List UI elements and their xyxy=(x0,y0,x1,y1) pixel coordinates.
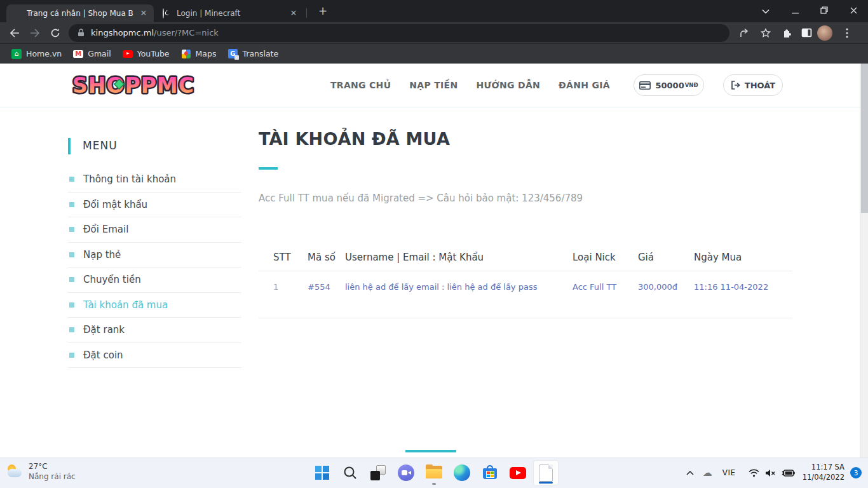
tray-chevron-up-icon[interactable] xyxy=(686,471,694,475)
sidebar-item-dat-rank[interactable]: Đặt rank xyxy=(68,318,241,343)
bookmark-home-vn[interactable]: ⌂ Home.vn xyxy=(11,49,62,59)
tab-close-icon[interactable]: ✕ xyxy=(288,8,299,18)
tab-minecraft-login[interactable]: Login | Minecraft ✕ xyxy=(156,4,304,22)
maps-icon xyxy=(181,49,191,59)
logout-label: THOÁT xyxy=(745,81,775,90)
youtube-app-button[interactable] xyxy=(505,460,531,485)
bookmark-label: Gmail xyxy=(88,49,111,58)
menu-title: MENU xyxy=(83,139,118,152)
page-scrollbar[interactable] xyxy=(860,64,868,458)
bookmark-label: YouTube xyxy=(137,49,170,58)
forward-button[interactable] xyxy=(27,25,43,41)
edge-button[interactable] xyxy=(449,460,475,485)
nav-trang-chu[interactable]: TRANG CHỦ xyxy=(330,80,391,90)
active-document-app-button[interactable] xyxy=(533,460,559,485)
security-note: Acc Full TT mua nếu đã Migrated => Câu h… xyxy=(259,193,583,204)
sidebar-menu: Thông tin tài khoản Đổi mật khẩu Đổi Ema… xyxy=(68,167,241,368)
task-view-button[interactable] xyxy=(365,460,391,485)
page-title: TÀI KHOẢN ĐÃ MUA xyxy=(259,129,450,149)
notification-badge[interactable]: 3 xyxy=(850,467,862,478)
main-nav: TRANG CHỦ NẠP TIỀN HƯỚNG DẪN ĐÁNH GIÁ xyxy=(330,64,661,107)
volume-muted-icon[interactable] xyxy=(765,469,776,477)
bookmark-translate[interactable]: G Translate xyxy=(227,49,278,59)
col-username: Username | Email : Mật Khẩu xyxy=(345,243,573,271)
title-underline xyxy=(259,167,278,170)
back-button[interactable] xyxy=(6,25,23,41)
sidebar-item-doi-mat-khau[interactable]: Đổi mật khẩu xyxy=(68,193,241,218)
cell-gia: 300,000đ xyxy=(638,271,694,318)
logout-button[interactable]: THOÁT xyxy=(723,74,783,96)
menu-accent-bar xyxy=(68,138,71,154)
file-explorer-icon xyxy=(426,466,442,480)
edge-icon xyxy=(454,464,470,481)
window-minimize-button[interactable] xyxy=(780,6,810,16)
url-host: kingshopmc.ml xyxy=(91,28,154,37)
share-icon[interactable] xyxy=(737,25,754,41)
bookmark-youtube[interactable]: YouTube xyxy=(123,49,170,59)
site-header: SHOPPMC TRANG CHỦ NẠP TIỀN HƯỚNG DẪN ĐÁN… xyxy=(0,64,868,107)
weather-sun-cloud-icon xyxy=(6,463,23,480)
url-path: /user/?MC=nick xyxy=(154,28,219,37)
search-button[interactable] xyxy=(337,460,363,485)
bullet-icon xyxy=(69,177,74,182)
extensions-puzzle-icon[interactable] xyxy=(778,25,794,41)
windows-logo-icon xyxy=(315,466,329,480)
translate-icon: G xyxy=(227,49,238,59)
wifi-icon[interactable] xyxy=(749,469,759,477)
taskbar-app-icons xyxy=(309,460,559,485)
clock[interactable]: 11:17 SA 11/04/2022 xyxy=(803,463,844,482)
microsoft-store-icon xyxy=(482,465,498,480)
new-tab-button[interactable]: + xyxy=(315,4,330,19)
weather-temp: 27°C xyxy=(29,461,76,471)
task-view-icon xyxy=(370,465,386,480)
balance-amount: 50000 xyxy=(655,81,684,90)
tab-shop-active[interactable]: Trang cá nhân | Shop Mua Bán Ac ✕ xyxy=(6,4,154,22)
sidebar-item-tai-khoan-da-mua[interactable]: Tài khoản đã mua xyxy=(68,293,241,318)
site-logo[interactable]: SHOPPMC xyxy=(70,70,197,104)
battery-charging-icon[interactable] xyxy=(782,470,795,477)
bookmark-gmail[interactable]: M Gmail xyxy=(73,49,111,59)
sidebar-item-dat-coin[interactable]: Đặt coin xyxy=(68,343,241,369)
cell-account-credentials[interactable]: liên hệ ad để lấy email : liên hệ ad để … xyxy=(345,271,573,318)
nav-nap-tien[interactable]: NẠP TIỀN xyxy=(409,80,458,90)
onedrive-cloud-icon[interactable]: ☁ xyxy=(703,467,712,478)
cell-loai-nick: Acc Full TT xyxy=(573,271,638,318)
scrollbar-thumb[interactable] xyxy=(861,64,868,213)
side-panel-icon[interactable] xyxy=(798,25,815,41)
home-vn-icon: ⌂ xyxy=(11,49,22,59)
window-close-button[interactable] xyxy=(839,6,868,16)
window-restore-button[interactable] xyxy=(810,6,839,16)
cell-ma-so[interactable]: #554 xyxy=(308,271,345,318)
col-ma-so: Mã số xyxy=(308,243,345,271)
bookmark-maps[interactable]: Maps xyxy=(181,49,217,59)
search-icon xyxy=(343,466,357,480)
sidebar-item-chuyen-tien[interactable]: Chuyển tiền xyxy=(68,268,241,293)
balance-button[interactable]: 50000VNĐ xyxy=(634,74,704,96)
weather-widget[interactable]: 27°C Nắng rải rác xyxy=(6,461,76,482)
bookmark-label: Maps xyxy=(196,49,217,58)
col-stt: STT xyxy=(259,243,308,271)
sidebar-item-doi-email[interactable]: Đổi Email xyxy=(68,217,241,243)
microsoft-store-button[interactable] xyxy=(477,460,503,485)
bullet-icon xyxy=(69,302,74,308)
nav-huong-dan[interactable]: HƯỚNG DẪN xyxy=(476,80,540,90)
bookmarks-bar: ⌂ Home.vn M Gmail YouTube Maps G Transla… xyxy=(0,43,868,64)
cell-stt: 1 xyxy=(259,271,308,318)
browser-menu-kebab-icon[interactable] xyxy=(839,25,855,41)
tab-title: Trang cá nhân | Shop Mua Bán Ac xyxy=(27,9,133,18)
language-indicator[interactable]: VIE xyxy=(722,468,736,477)
reload-button[interactable] xyxy=(47,25,64,41)
nav-danh-gia[interactable]: ĐÁNH GIÁ xyxy=(559,80,610,90)
file-explorer-button[interactable] xyxy=(421,460,447,485)
chat-button[interactable] xyxy=(393,460,419,485)
address-bar[interactable]: kingshopmc.ml/user/?MC=nick xyxy=(69,24,729,42)
bullet-icon xyxy=(69,327,74,332)
start-button[interactable] xyxy=(309,460,335,485)
sidebar-item-nap-the[interactable]: Nạp thẻ xyxy=(68,243,241,268)
system-tray: ☁ VIE 11:17 SA 11/04/2022 3 xyxy=(686,458,868,488)
tab-close-icon[interactable]: ✕ xyxy=(139,8,149,18)
sidebar-item-thong-tin-tai-khoan[interactable]: Thông tin tài khoản xyxy=(68,167,241,193)
tab-search-chevron-icon[interactable] xyxy=(751,6,780,16)
bookmark-star-icon[interactable] xyxy=(757,25,774,41)
profile-avatar[interactable] xyxy=(817,25,832,41)
